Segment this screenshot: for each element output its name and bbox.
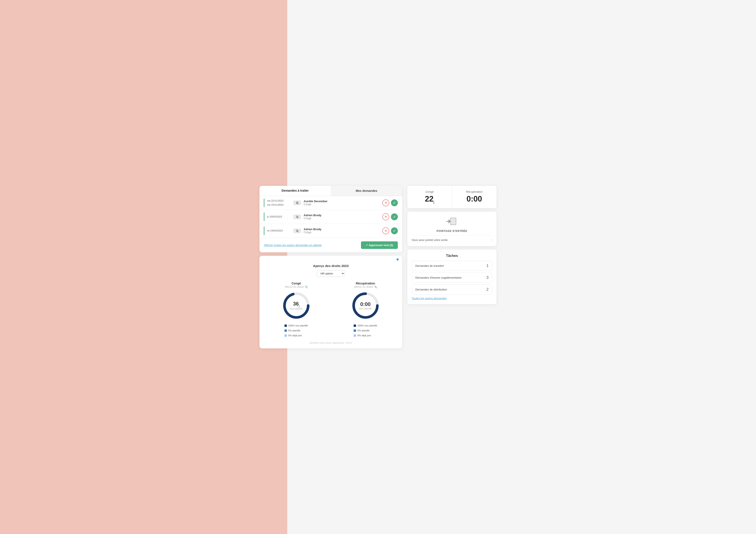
- tache-row: Demandes de transfert 1: [412, 261, 492, 271]
- request-badge: 2j: [293, 200, 301, 205]
- request-badge: 1j: [293, 228, 301, 233]
- status-bar: [264, 213, 264, 221]
- apercu-card: Aperçu des droits 2023 HR admin Congé Af…: [259, 256, 402, 348]
- request-info: Adrien Brody Congé: [304, 214, 380, 220]
- request-type: Congé: [304, 217, 380, 220]
- approve-all-button[interactable]: ✓ Approuver tout (3): [361, 242, 398, 249]
- request-dates: lu 20/02/2023: [267, 215, 291, 218]
- recup-stat-value: 0:00: [457, 195, 491, 203]
- legend-dot-light: [284, 334, 287, 337]
- conge-sub: Non planifié: [290, 308, 302, 310]
- recuperation-chart-title: Récupération: [333, 282, 398, 285]
- pointage-status: Vous avez pointé votre sortie: [412, 238, 447, 242]
- legend-dot-mid: [354, 329, 356, 332]
- list-item: 0% déjà pris: [354, 333, 377, 338]
- tache-row: Demandes de distribution 2: [412, 285, 492, 294]
- list-item: 0% déjà pris: [284, 333, 308, 338]
- legend-dot-mid: [284, 329, 287, 332]
- reject-button[interactable]: ✕: [382, 214, 389, 220]
- request-type: Congé: [304, 231, 380, 234]
- pointage-status-row[interactable]: Vous avez pointé votre sortie ›: [412, 235, 492, 242]
- svg-rect-5: [451, 218, 456, 225]
- legend-dot-dark: [354, 324, 356, 327]
- request-info: Aurélie December Congé: [304, 200, 380, 206]
- list-item: 100% non planifié: [354, 323, 377, 328]
- pointage-icon: [412, 217, 492, 228]
- tache-label: Demandes d'heures supplémentaires: [415, 276, 462, 279]
- apercu-footer: Dernière mise à jour: aujourd'hui - 01:0…: [259, 342, 402, 344]
- taches-title: Tâches: [412, 254, 492, 258]
- tache-count: 1: [486, 264, 489, 268]
- legend-label: 100% non planifié: [288, 323, 308, 328]
- status-bar: [264, 198, 264, 207]
- corner-indicator: [396, 258, 399, 261]
- legend-label: 0% déjà pris: [357, 333, 371, 338]
- conge-stat-label: Congé: [413, 190, 446, 193]
- recup-stat-box: Récupération 0:00: [452, 186, 497, 208]
- left-panel: Demandes à traiter Mes demandes ma 22/11…: [259, 186, 402, 348]
- tabs-container: Demandes à traiter Mes demandes: [259, 186, 402, 196]
- recuperation-chart-section: Récupération Afficher les détails 🔍 0:00…: [333, 282, 398, 338]
- tab-demandes-a-traiter[interactable]: Demandes à traiter: [259, 186, 331, 196]
- demandes-footer: Afficher toutes les autres demandes en a…: [259, 238, 402, 252]
- legend-label: 100% non planifié: [357, 323, 377, 328]
- requester-name: Adrien Brody: [304, 214, 380, 217]
- pointage-title: POINTAGE D'ENTRÉE: [412, 230, 492, 233]
- approve-button[interactable]: ✓: [391, 214, 398, 220]
- reject-button[interactable]: ✕: [382, 227, 389, 234]
- legend-dot-light: [354, 334, 356, 337]
- reject-button[interactable]: ✕: [382, 199, 389, 206]
- request-dates: ve 24/02/2023: [267, 229, 291, 233]
- request-info: Adrien Brody Congé: [304, 228, 380, 234]
- request-actions: ✕ ✓: [382, 214, 398, 220]
- requester-name: Adrien Brody: [304, 228, 380, 231]
- legend-label: 0% déjà pris: [288, 333, 302, 338]
- conge-value: 36j: [290, 301, 302, 308]
- pointage-card: POINTAGE D'ENTRÉE Vous avez pointé votre…: [407, 212, 497, 246]
- list-item: 0% planifié: [354, 328, 377, 333]
- legend-label: 0% planifié: [357, 328, 369, 333]
- requester-name: Aurélie December: [304, 200, 380, 203]
- conge-stat-unit: j: [434, 200, 434, 204]
- hr-admin-dropdown[interactable]: HR admin: [317, 270, 345, 277]
- recuperation-sub: Non planifié: [359, 307, 372, 310]
- legend-label: 0% planifié: [288, 328, 300, 333]
- tache-row: Demandes d'heures supplémentaires 3: [412, 273, 492, 283]
- table-row: ve 24/02/2023 1j Adrien Brody Congé ✕ ✓: [259, 224, 402, 238]
- list-item: 0% planifié: [284, 328, 308, 333]
- apercu-charts: Congé Afficher les détails 🔍 36j Non pla…: [259, 279, 402, 338]
- show-all-link[interactable]: Afficher toutes les autres demandes en a…: [264, 243, 322, 247]
- tache-label: Demandes de distribution: [415, 288, 447, 291]
- apercu-title: Aperçu des droits 2023: [309, 264, 353, 267]
- tache-count: 2: [486, 287, 489, 292]
- recuperation-details-link[interactable]: Afficher les détails 🔍: [333, 286, 398, 288]
- conge-legend: 100% non planifié 0% planifié 0% déjà pr…: [284, 323, 308, 338]
- conge-unit: j: [299, 304, 299, 308]
- request-actions: ✕ ✓: [382, 227, 398, 234]
- right-panel: Congé 22j Récupération 0:00 POINTAGE D'E…: [407, 186, 497, 304]
- taches-card: Tâches Demandes de transfert 1 Demandes …: [407, 249, 497, 304]
- approve-button[interactable]: ✓: [391, 227, 398, 234]
- conge-chart-title: Congé: [264, 282, 329, 285]
- conge-stat-value: 22j: [413, 195, 446, 204]
- recup-stat-label: Récupération: [457, 190, 491, 193]
- recuperation-donut: 0:00 Non planifié: [350, 291, 381, 320]
- request-dates: ma 22/11/2022me 23/11/2022: [267, 199, 291, 207]
- recuperation-legend: 100% non planifié 0% planifié 0% déjà pr…: [354, 323, 377, 338]
- tache-label: Demandes de transfert: [415, 264, 444, 267]
- all-demands-link[interactable]: Toutes les autres demandes: [412, 297, 447, 300]
- chevron-right-icon: ›: [491, 238, 492, 242]
- list-item: 100% non planifié: [284, 323, 308, 328]
- tab-mes-demandes[interactable]: Mes demandes: [331, 186, 402, 196]
- conge-details-link[interactable]: Afficher les détails 🔍: [264, 286, 329, 288]
- tache-count: 3: [486, 275, 489, 280]
- request-badge: 1j: [293, 215, 301, 219]
- table-row: ma 22/11/2022me 23/11/2022 2j Aurélie De…: [259, 196, 402, 210]
- conge-donut: 36j Non planifié: [281, 291, 311, 320]
- demandes-card: Demandes à traiter Mes demandes ma 22/11…: [259, 186, 402, 252]
- conge-chart-section: Congé Afficher les détails 🔍 36j Non pla…: [264, 282, 329, 338]
- request-type: Congé: [304, 203, 380, 206]
- apercu-dropdown-row: HR admin: [259, 269, 402, 279]
- request-list: ma 22/11/2022me 23/11/2022 2j Aurélie De…: [259, 196, 402, 238]
- approve-button[interactable]: ✓: [391, 199, 398, 206]
